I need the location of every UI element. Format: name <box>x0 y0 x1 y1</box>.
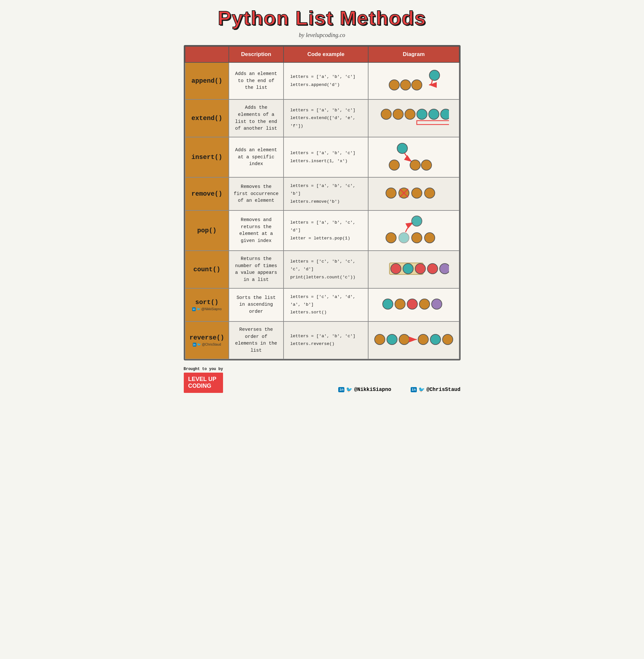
social-chris: in 🐦 @ChrisStaud <box>411 386 461 393</box>
svg-point-37 <box>440 263 449 274</box>
table-row: count()Returns the number of times a val… <box>185 251 459 288</box>
svg-point-14 <box>397 143 408 154</box>
description-cell: Removes the first occurrence of an eleme… <box>229 177 283 210</box>
svg-point-43 <box>432 299 442 309</box>
table-row: append()Adds an element to the end of th… <box>185 63 459 99</box>
svg-point-15 <box>389 160 399 170</box>
col-header-diagram: Diagram <box>368 46 459 63</box>
svg-point-2 <box>400 80 411 90</box>
diagram-cell <box>368 177 459 210</box>
page-title: Python List Methods <box>184 6 461 29</box>
diagram-cell <box>368 99 459 137</box>
svg-point-34 <box>403 263 413 274</box>
code-cell: letters = ['c', 'a', 'd', 'a', 'b']lette… <box>283 288 368 322</box>
main-table-wrapper: Description Code example Diagram append(… <box>184 45 461 360</box>
svg-rect-12 <box>417 121 449 124</box>
method-cell: reverse()in 🐦 @ChrisStaud <box>185 322 229 359</box>
social-nikki: in 🐦 @NikkiSiapno <box>338 386 391 393</box>
description-cell: Adds the elements of a list to the end o… <box>229 99 283 137</box>
nikki-handle: @NikkiSiapno <box>354 387 391 393</box>
svg-point-42 <box>419 299 430 309</box>
svg-point-51 <box>442 334 453 345</box>
svg-point-11 <box>441 109 449 119</box>
twitter-icon-2: 🐦 <box>418 386 425 393</box>
description-cell: Sorts the list in ascending order <box>229 288 283 322</box>
table-row: pop()Removes and returns the element at … <box>185 210 459 251</box>
svg-point-16 <box>410 160 420 170</box>
svg-point-8 <box>405 109 415 119</box>
description-cell: Reverses the order of elements in the li… <box>229 322 283 359</box>
svg-point-23 <box>412 188 422 198</box>
code-cell: letters = ['a', 'b', 'c', 'd']letter = l… <box>283 210 368 251</box>
table-row: reverse()in 🐦 @ChrisStaudReverses the or… <box>185 322 459 359</box>
svg-point-19 <box>386 188 396 198</box>
description-cell: Adds an element at a specific index <box>229 137 283 177</box>
description-cell: Returns the number of times a value appe… <box>229 251 283 288</box>
diagram-cell <box>368 322 459 359</box>
svg-point-17 <box>421 160 432 170</box>
methods-table: Description Code example Diagram append(… <box>185 46 460 359</box>
method-cell: remove() <box>185 177 229 210</box>
code-cell: letters = ['a', 'b', 'c']letters.append(… <box>283 63 368 99</box>
social-credit: in 🐦 @NikkiSiapno <box>189 307 225 311</box>
twitter-icon-1: 🐦 <box>346 386 352 393</box>
method-cell: pop() <box>185 210 229 251</box>
svg-point-3 <box>412 80 422 90</box>
col-header-description: Description <box>229 46 283 63</box>
method-cell: count() <box>185 251 229 288</box>
table-row: remove()Removes the first occurrence of … <box>185 177 459 210</box>
svg-point-45 <box>375 334 385 345</box>
table-row: insert()Adds an element at a specific in… <box>185 137 459 177</box>
svg-point-49 <box>418 334 428 345</box>
svg-point-36 <box>428 263 438 274</box>
col-header-code: Code example <box>283 46 368 63</box>
svg-point-4 <box>429 70 440 80</box>
svg-point-9 <box>417 109 427 119</box>
diagram-cell <box>368 251 459 288</box>
method-cell: insert() <box>185 137 229 177</box>
code-cell: letters = ['a', 'b', 'c', 'b']letters.re… <box>283 177 368 210</box>
social-credit: in 🐦 @ChrisStaud <box>189 343 225 346</box>
diagram-cell <box>368 137 459 177</box>
diagram-cell <box>368 288 459 322</box>
svg-point-26 <box>412 216 422 226</box>
brought-by-section: Brought to you by LEVEL UP CODING <box>184 367 223 393</box>
svg-point-10 <box>429 109 439 119</box>
footer-social: in 🐦 @NikkiSiapno in 🐦 @ChrisStaud <box>338 386 460 393</box>
svg-point-46 <box>387 334 397 345</box>
svg-point-29 <box>412 233 422 243</box>
col-header-method <box>185 46 229 63</box>
subtitle: by levelupcoding.co <box>184 32 461 39</box>
code-cell: letters = ['a', 'b', 'c']letters.insert(… <box>283 137 368 177</box>
brought-label: Brought to you by <box>184 367 223 371</box>
level-up-logo: LEVEL UP CODING <box>184 373 223 393</box>
table-row: sort()in 🐦 @NikkiSiapnoSorts the list in… <box>185 288 459 322</box>
svg-point-7 <box>393 109 403 119</box>
code-cell: letters = ['a', 'b', 'c']letters.extend(… <box>283 99 368 137</box>
svg-point-33 <box>391 263 401 274</box>
svg-point-6 <box>381 109 391 119</box>
svg-point-41 <box>407 299 417 309</box>
svg-point-24 <box>424 188 435 198</box>
chris-handle: @ChrisStaud <box>427 387 461 393</box>
svg-point-30 <box>424 233 435 243</box>
svg-point-35 <box>415 263 426 274</box>
method-cell: sort()in 🐦 @NikkiSiapno <box>185 288 229 322</box>
svg-point-50 <box>430 334 441 345</box>
diagram-cell <box>368 210 459 251</box>
svg-point-28 <box>399 233 409 243</box>
description-cell: Removes and returns the element at a giv… <box>229 210 283 251</box>
svg-point-1 <box>389 80 399 90</box>
method-cell: extend() <box>185 99 229 137</box>
svg-point-40 <box>395 299 405 309</box>
linkedin-icon-2: in <box>411 387 417 392</box>
svg-point-27 <box>386 233 396 243</box>
svg-point-47 <box>399 334 409 345</box>
footer: Brought to you by LEVEL UP CODING in 🐦 @… <box>184 367 461 393</box>
code-cell: letters = ['c', 'b', 'c', 'c', 'd']print… <box>283 251 368 288</box>
code-cell: letters = ['a', 'b', 'c']letters.reverse… <box>283 322 368 359</box>
linkedin-icon-1: in <box>338 387 344 392</box>
svg-point-39 <box>383 299 393 309</box>
table-row: extend()Adds the elements of a list to t… <box>185 99 459 137</box>
diagram-cell <box>368 63 459 99</box>
